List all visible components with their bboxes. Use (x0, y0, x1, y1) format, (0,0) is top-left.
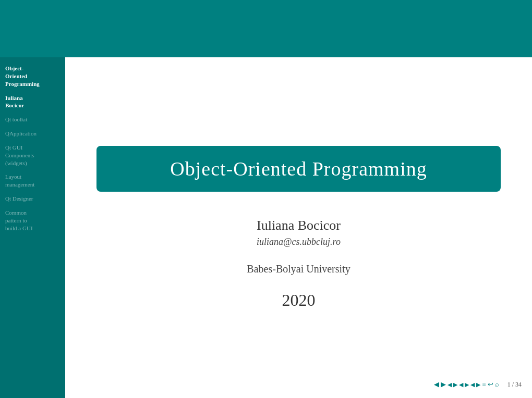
sidebar-item-common-pattern[interactable]: Commonpattern tobuild a GUI (4, 207, 61, 234)
nav-search-icon[interactable]: ⌕ (495, 380, 499, 389)
nav-undo-icon[interactable]: ↩ (488, 380, 493, 389)
sidebar-item-qt-gui-components[interactable]: Qt GUIComponents(widgets) (4, 142, 61, 169)
sidebar-item-qt-designer[interactable]: Qt Designer (4, 193, 61, 205)
title-banner: Object-Oriented Programming (96, 146, 501, 192)
year: 2020 (282, 291, 316, 310)
nav-sep3: ◀ (459, 381, 463, 388)
slide-content: Object-Oriented Programming Iuliana Boci… (65, 57, 532, 398)
nav-controls[interactable]: ◀ ▶ ◀ ▶ ◀ ▶ ◀ ▶ ≡ ↩ ⌕ (434, 380, 499, 389)
university: Babes-Bolyai University (247, 263, 350, 275)
nav-align-icon[interactable]: ≡ (482, 380, 486, 389)
nav-sep1: ◀ (448, 381, 452, 388)
sidebar-item-iuliana-bocicor[interactable]: IulianaBocicor (4, 92, 61, 112)
sidebar: Object-OrientedProgramming IulianaBocico… (0, 57, 65, 398)
sidebar-item-qapplication[interactable]: QApplication (4, 128, 61, 140)
author-block: Iuliana Bocicor iuliana@cs.ubbcluj.ro (257, 218, 341, 247)
nav-sep5: ◀ (470, 381, 475, 388)
nav-sep4: ▶ (465, 381, 469, 388)
author-name: Iuliana Bocicor (257, 218, 341, 233)
nav-sep6: ▶ (476, 381, 480, 388)
sidebar-item-object-oriented[interactable]: Object-OrientedProgramming (4, 63, 61, 90)
main-area: Object-OrientedProgramming IulianaBocico… (0, 57, 532, 398)
top-bar (0, 0, 532, 57)
bottom-navigation: ◀ ▶ ◀ ▶ ◀ ▶ ◀ ▶ ≡ ↩ ⌕ 1 / 34 (434, 380, 522, 389)
nav-sep2: ▶ (453, 381, 457, 388)
nav-left-icon[interactable]: ▶ (441, 380, 446, 389)
sidebar-item-layout-management[interactable]: Layoutmanagement (4, 171, 61, 191)
slide-title: Object-Oriented Programming (123, 157, 475, 180)
nav-first-icon[interactable]: ◀ (434, 380, 439, 389)
author-email: iuliana@cs.ubbcluj.ro (257, 237, 341, 247)
page-number: 1 / 34 (507, 381, 522, 389)
sidebar-item-qt-toolkit[interactable]: Qt toolkit (4, 114, 61, 126)
